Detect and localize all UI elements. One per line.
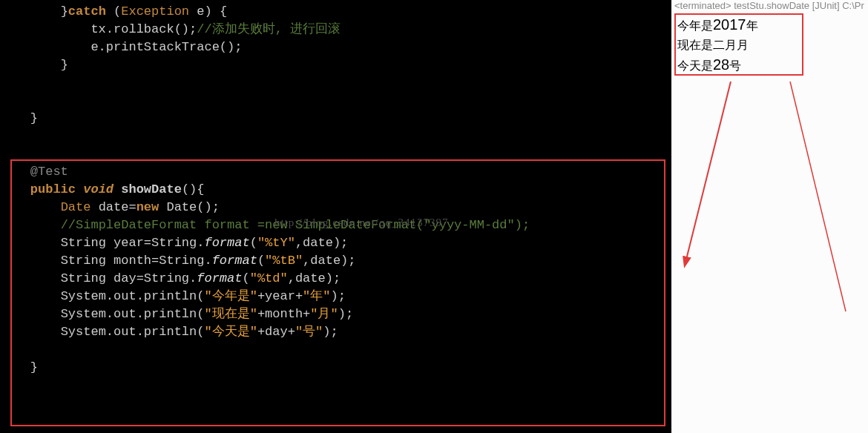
code-l15-e: ); [323, 325, 338, 339]
code-l15-a: System.out.println( [61, 325, 205, 339]
code-l11-str: "%tB" [265, 254, 303, 268]
output-l3-c: 号 [729, 59, 741, 72]
code-l15-c: +day+ [257, 325, 295, 339]
console-pane[interactable]: <terminated> testStu.showDate [JUnit] C:… [671, 0, 868, 433]
code-l4: } [61, 58, 68, 72]
code-l12-format: format [197, 271, 242, 285]
code-l8-ctor: Date(); [159, 200, 220, 214]
console-header: <terminated> testStu.showDate [JUnit] C:… [671, 0, 864, 15]
code-l12-open: ( [242, 271, 249, 285]
code-l8-new: new [137, 200, 160, 214]
code-l11-format: format [212, 254, 257, 268]
code-l1-end: e) { [189, 4, 227, 19]
code-l12-a: String day=String. [61, 271, 197, 285]
code-l7-method: showDate [121, 182, 182, 196]
code-l11-a: String month=String. [61, 254, 212, 268]
code-l14-c: +month+ [257, 307, 310, 321]
code-l13-c: +year+ [257, 289, 303, 303]
code-l1-catch: catch [68, 4, 106, 19]
code-l7-void: void [83, 182, 114, 196]
output-l3-b: 28 [713, 56, 729, 73]
code-l13-s1: "今年是" [204, 289, 257, 303]
code-block: }catch (Exception e) { tx.rollback();//添… [0, 0, 671, 377]
code-l10-end: ,date); [295, 236, 348, 250]
code-l3: e.printStackTrace(); [91, 40, 242, 54]
output-l3-a: 今天是 [677, 59, 713, 72]
code-l11-open: ( [257, 254, 265, 268]
code-l5: } [30, 111, 38, 125]
watermark-text: http://blog.csdn.net/qq_34137397 [274, 216, 449, 229]
code-l14-a: System.out.println( [61, 307, 205, 321]
code-l2-comment: //添加失败时, 进行回滚 [197, 22, 341, 36]
output-line-2: 现在是二月月 [677, 36, 758, 55]
screenshot-stage: }catch (Exception e) { tx.rollback();//添… [0, 0, 868, 433]
output-l1-a: 今年是 [677, 19, 713, 32]
code-l10-open: ( [250, 236, 257, 250]
output-line-1: 今年是2017年 [677, 15, 758, 36]
code-l7-public: public [30, 182, 76, 196]
console-header-text: <terminated> testStu.showDate [JUnit] C:… [674, 0, 864, 11]
code-l7-end: (){ [182, 182, 205, 196]
code-l10-format: format [204, 236, 249, 250]
code-l13-a: System.out.println( [61, 289, 205, 303]
code-l8-var: date= [91, 200, 136, 214]
code-l10-str: "%tY" [257, 236, 295, 250]
code-l10-a: String year=String. [61, 236, 205, 250]
code-l1-type: Exception [121, 4, 189, 19]
code-l11-end: ,date); [303, 254, 355, 268]
code-l15-s1: "今天是" [204, 325, 257, 339]
code-l12-str: "%td" [250, 271, 288, 285]
code-l16-close: } [30, 360, 38, 374]
code-l14-s2: "月" [310, 307, 338, 321]
code-l1-brace: } [61, 4, 68, 19]
code-l14-s1: "现在是" [204, 307, 257, 321]
code-l1-open: ( [106, 4, 121, 19]
code-l2-stmt: tx.rollback(); [91, 22, 197, 36]
code-l13-e: ); [331, 289, 346, 303]
output-l1-b: 2017 [713, 16, 746, 33]
output-line-3: 今天是28号 [677, 55, 758, 76]
console-output: 今年是2017年 现在是二月月 今天是28号 [677, 15, 758, 76]
code-l14-e: ); [338, 307, 353, 321]
code-l6-annotation: @Test [30, 165, 68, 179]
code-l13-s2: "年" [303, 289, 330, 303]
code-l8-type: Date [61, 200, 91, 214]
code-l12-end: ,date); [288, 271, 341, 285]
code-l15-s2: "号" [295, 325, 323, 339]
code-editor[interactable]: }catch (Exception e) { tx.rollback();//添… [0, 0, 671, 433]
output-l1-c: 年 [746, 19, 758, 32]
